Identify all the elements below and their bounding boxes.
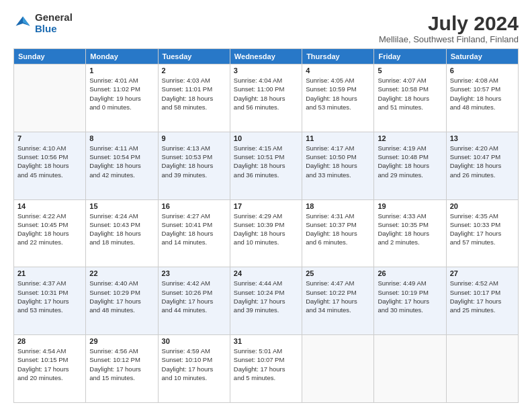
calendar-cell-w1-d6: 5Sunrise: 4:07 AM Sunset: 10:58 PM Dayli… [374, 64, 446, 132]
header-friday: Friday [374, 49, 446, 64]
day-info: Sunrise: 4:54 AM Sunset: 10:15 PM Daylig… [17, 347, 82, 382]
day-number: 28 [17, 337, 82, 345]
day-number: 18 [306, 202, 370, 210]
calendar-cell-w5-d1: 28Sunrise: 4:54 AM Sunset: 10:15 PM Dayl… [14, 335, 86, 403]
calendar-cell-w2-d1: 7Sunrise: 4:10 AM Sunset: 10:56 PM Dayli… [14, 132, 86, 199]
day-number: 14 [17, 202, 82, 210]
calendar-cell-w1-d3: 2Sunrise: 4:03 AM Sunset: 11:01 PM Dayli… [158, 64, 230, 132]
day-number: 7 [17, 134, 82, 142]
day-number: 16 [162, 202, 226, 210]
day-number: 24 [234, 269, 298, 277]
calendar-cell-w5-d6 [374, 335, 446, 403]
header-sunday: Sunday [14, 49, 86, 64]
day-number: 8 [89, 134, 154, 142]
day-info: Sunrise: 4:40 AM Sunset: 10:29 PM Daylig… [89, 279, 154, 314]
day-number: 3 [234, 66, 298, 75]
day-number: 5 [378, 66, 442, 75]
calendar-week-3: 14Sunrise: 4:22 AM Sunset: 10:45 PM Dayl… [14, 199, 519, 267]
logo-blue-text: Blue [35, 24, 73, 35]
day-info: Sunrise: 4:59 AM Sunset: 10:10 PM Daylig… [162, 347, 226, 382]
day-info: Sunrise: 4:04 AM Sunset: 11:00 PM Daylig… [234, 76, 298, 111]
calendar-cell-w5-d3: 30Sunrise: 4:59 AM Sunset: 10:10 PM Dayl… [158, 335, 230, 403]
calendar-cell-w2-d4: 10Sunrise: 4:15 AM Sunset: 10:51 PM Dayl… [230, 132, 302, 199]
day-number: 2 [162, 66, 226, 75]
calendar-cell-w1-d5: 4Sunrise: 4:05 AM Sunset: 10:59 PM Dayli… [302, 64, 374, 132]
logo-text: General Blue [35, 12, 73, 34]
day-number: 19 [378, 202, 442, 210]
day-info: Sunrise: 4:31 AM Sunset: 10:37 PM Daylig… [306, 212, 370, 247]
day-number: 29 [89, 337, 154, 345]
calendar-cell-w1-d1 [14, 64, 86, 132]
location-subtitle: Mellilae, Southwest Finland, Finland [379, 34, 519, 44]
header-wednesday: Wednesday [230, 49, 302, 64]
header-monday: Monday [86, 49, 158, 64]
calendar-cell-w5-d5 [302, 335, 374, 403]
title-block: July 2024 Mellilae, Southwest Finland, F… [379, 12, 519, 44]
logo-icon [13, 14, 32, 33]
calendar-week-1: 1Sunrise: 4:01 AM Sunset: 11:02 PM Dayli… [14, 64, 519, 132]
calendar-cell-w3-d6: 19Sunrise: 4:33 AM Sunset: 10:35 PM Dayl… [374, 199, 446, 267]
calendar-cell-w2-d6: 12Sunrise: 4:19 AM Sunset: 10:48 PM Dayl… [374, 132, 446, 199]
calendar-week-5: 28Sunrise: 4:54 AM Sunset: 10:15 PM Dayl… [14, 335, 519, 403]
day-info: Sunrise: 4:17 AM Sunset: 10:50 PM Daylig… [306, 144, 370, 179]
day-info: Sunrise: 4:15 AM Sunset: 10:51 PM Daylig… [234, 144, 298, 179]
day-number: 11 [306, 134, 370, 142]
logo: General Blue [13, 12, 73, 34]
day-number: 25 [306, 269, 370, 277]
month-title: July 2024 [379, 12, 519, 34]
calendar-cell-w4-d7: 27Sunrise: 4:52 AM Sunset: 10:17 PM Dayl… [446, 267, 518, 335]
day-info: Sunrise: 4:29 AM Sunset: 10:39 PM Daylig… [234, 212, 298, 247]
day-number: 9 [162, 134, 226, 142]
calendar-cell-w3-d7: 20Sunrise: 4:35 AM Sunset: 10:33 PM Dayl… [446, 199, 518, 267]
day-number: 27 [450, 269, 515, 277]
day-number: 12 [378, 134, 442, 142]
calendar-cell-w1-d4: 3Sunrise: 4:04 AM Sunset: 11:00 PM Dayli… [230, 64, 302, 132]
calendar-cell-w3-d1: 14Sunrise: 4:22 AM Sunset: 10:45 PM Dayl… [14, 199, 86, 267]
calendar-week-2: 7Sunrise: 4:10 AM Sunset: 10:56 PM Dayli… [14, 132, 519, 199]
day-info: Sunrise: 4:11 AM Sunset: 10:54 PM Daylig… [89, 144, 154, 179]
calendar-cell-w5-d4: 31Sunrise: 5:01 AM Sunset: 10:07 PM Dayl… [230, 335, 302, 403]
calendar-cell-w2-d7: 13Sunrise: 4:20 AM Sunset: 10:47 PM Dayl… [446, 132, 518, 199]
calendar-table: Sunday Monday Tuesday Wednesday Thursday… [13, 48, 519, 403]
calendar-cell-w2-d3: 9Sunrise: 4:13 AM Sunset: 10:53 PM Dayli… [158, 132, 230, 199]
day-info: Sunrise: 4:52 AM Sunset: 10:17 PM Daylig… [450, 279, 515, 314]
day-info: Sunrise: 4:22 AM Sunset: 10:45 PM Daylig… [17, 212, 82, 247]
calendar-cell-w2-d2: 8Sunrise: 4:11 AM Sunset: 10:54 PM Dayli… [86, 132, 158, 199]
day-info: Sunrise: 4:27 AM Sunset: 10:41 PM Daylig… [162, 212, 226, 247]
day-info: Sunrise: 4:01 AM Sunset: 11:02 PM Daylig… [89, 76, 154, 111]
calendar-cell-w4-d5: 25Sunrise: 4:47 AM Sunset: 10:22 PM Dayl… [302, 267, 374, 335]
day-info: Sunrise: 4:47 AM Sunset: 10:22 PM Daylig… [306, 279, 370, 314]
calendar-cell-w3-d5: 18Sunrise: 4:31 AM Sunset: 10:37 PM Dayl… [302, 199, 374, 267]
calendar-cell-w4-d6: 26Sunrise: 4:49 AM Sunset: 10:19 PM Dayl… [374, 267, 446, 335]
calendar-cell-w5-d2: 29Sunrise: 4:56 AM Sunset: 10:12 PM Dayl… [86, 335, 158, 403]
day-info: Sunrise: 4:20 AM Sunset: 10:47 PM Daylig… [450, 144, 515, 179]
day-number: 1 [89, 66, 154, 75]
calendar-cell-w4-d1: 21Sunrise: 4:37 AM Sunset: 10:31 PM Dayl… [14, 267, 86, 335]
header: General Blue July 2024 Mellilae, Southwe… [13, 12, 519, 44]
day-number: 22 [89, 269, 154, 277]
day-info: Sunrise: 4:49 AM Sunset: 10:19 PM Daylig… [378, 279, 442, 314]
calendar-cell-w4-d2: 22Sunrise: 4:40 AM Sunset: 10:29 PM Dayl… [86, 267, 158, 335]
day-number: 17 [234, 202, 298, 210]
day-info: Sunrise: 4:08 AM Sunset: 10:57 PM Daylig… [450, 76, 515, 111]
day-number: 31 [234, 337, 298, 345]
day-number: 4 [306, 66, 370, 75]
day-number: 23 [162, 269, 226, 277]
day-number: 6 [450, 66, 515, 75]
day-info: Sunrise: 4:03 AM Sunset: 11:01 PM Daylig… [162, 76, 226, 111]
day-info: Sunrise: 5:01 AM Sunset: 10:07 PM Daylig… [234, 347, 298, 382]
day-info: Sunrise: 4:19 AM Sunset: 10:48 PM Daylig… [378, 144, 442, 179]
calendar-cell-w3-d3: 16Sunrise: 4:27 AM Sunset: 10:41 PM Dayl… [158, 199, 230, 267]
day-number: 30 [162, 337, 226, 345]
day-info: Sunrise: 4:42 AM Sunset: 10:26 PM Daylig… [162, 279, 226, 314]
calendar-cell-w3-d4: 17Sunrise: 4:29 AM Sunset: 10:39 PM Dayl… [230, 199, 302, 267]
day-info: Sunrise: 4:05 AM Sunset: 10:59 PM Daylig… [306, 76, 370, 111]
day-info: Sunrise: 4:10 AM Sunset: 10:56 PM Daylig… [17, 144, 82, 179]
calendar-header-row: Sunday Monday Tuesday Wednesday Thursday… [14, 49, 519, 64]
day-info: Sunrise: 4:56 AM Sunset: 10:12 PM Daylig… [89, 347, 154, 382]
header-tuesday: Tuesday [158, 49, 230, 64]
day-info: Sunrise: 4:44 AM Sunset: 10:24 PM Daylig… [234, 279, 298, 314]
header-saturday: Saturday [446, 49, 518, 64]
day-number: 10 [234, 134, 298, 142]
day-info: Sunrise: 4:37 AM Sunset: 10:31 PM Daylig… [17, 279, 82, 314]
